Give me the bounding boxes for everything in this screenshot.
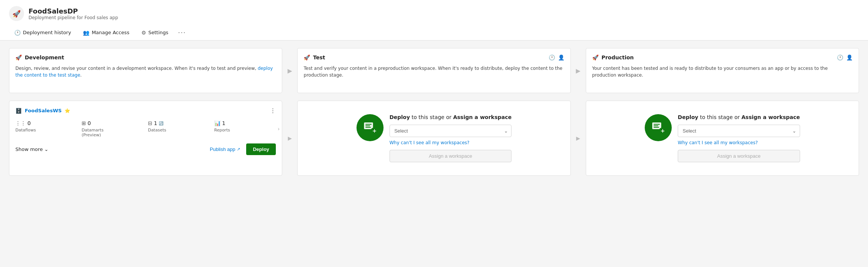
datasets-count: 1 <box>154 120 157 126</box>
deploy-card-production: + Deploy to this stage or Assign a works… <box>586 101 859 176</box>
stage-test-icon: 🚀 <box>304 54 310 60</box>
deploy-card-prod-inner: + Deploy to this stage or Assign a works… <box>645 114 800 162</box>
deploy-label: Deploy <box>253 146 269 152</box>
workspace-menu-button[interactable]: ⋮ <box>270 107 276 114</box>
svg-rect-3 <box>366 127 371 128</box>
dataflows-label: Dataflows <box>15 128 77 133</box>
stage-production-title: 🚀 Production <box>592 54 634 60</box>
stat-reports: 📊 1 Reports <box>214 120 276 137</box>
deploy-stage-title-test: Deploy to this stage or Assign a workspa… <box>390 114 512 120</box>
header: 🚀 FoodSalesDP Deployment pipeline for Fo… <box>0 0 868 41</box>
deploy-text-prod: Deploy to this stage or Assign a workspa… <box>678 114 800 162</box>
deploy-button[interactable]: Deploy <box>246 143 276 155</box>
stats-grid: ⋮⋮ 0 Dataflows ⊞ 0 Datamarts(Preview) ⊟ <box>15 120 276 137</box>
deploy-select-wrap-prod: Select ⌄ <box>678 125 800 137</box>
datamarts-label: Datamarts(Preview) <box>82 128 144 137</box>
stage-production-icon: 🚀 <box>592 54 599 60</box>
nav-bar: 🕐 Deployment history 👥 Manage Access ⚙️ … <box>9 26 859 40</box>
arrow-ws-to-test: ▶ <box>282 101 297 176</box>
deploy-icon-test: + <box>357 114 384 141</box>
app-subtitle: Deployment pipeline for Food sales app <box>29 15 118 20</box>
stages-row: 🚀 Development Design, review, and revise… <box>9 48 859 93</box>
settings-icon: ⚙️ <box>141 30 146 36</box>
stat-dataflows: ⋮⋮ 0 Dataflows <box>15 120 77 137</box>
stage-test-actions: 🕐 👤 <box>549 54 564 60</box>
publish-app-label: Publish app <box>210 146 235 152</box>
why-link-test[interactable]: Why can't I see all my workspaces? <box>390 140 469 145</box>
arrow-dev-to-test: ▶ <box>282 67 297 74</box>
external-link-icon: ↗ <box>237 147 240 152</box>
stage-production: 🚀 Production 🕐 👤 Your content has been t… <box>586 48 859 93</box>
datasets-icon: ⊟ <box>148 120 152 126</box>
deploy-text-test: Deploy to this stage or Assign a workspa… <box>390 114 512 162</box>
deploy-icon-prod: + <box>645 114 672 141</box>
arrow-icon-2: ▶ <box>576 67 581 74</box>
svg-text:+: + <box>660 128 665 134</box>
app-icon: 🚀 <box>9 6 24 21</box>
deploy-card-test: + Deploy to this stage or Assign a works… <box>297 101 570 176</box>
nav-settings-label: Settings <box>148 30 168 35</box>
prod-history-icon[interactable]: 🕐 <box>837 54 843 60</box>
app-title-row: 🚀 FoodSalesDP Deployment pipeline for Fo… <box>9 6 859 21</box>
dataflows-count: 0 <box>27 120 31 126</box>
assign-workspace-button-test[interactable]: Assign a workspace <box>390 150 512 162</box>
app-title-text: FoodSalesDP Deployment pipeline for Food… <box>29 7 118 20</box>
history-icon: 🕐 <box>14 30 21 36</box>
workspace-select-prod[interactable]: Select <box>678 125 800 137</box>
reports-count: 1 <box>222 120 226 126</box>
stat-datasets: ⊟ 1 🔄 Datasets <box>148 120 210 137</box>
reports-label: Reports <box>214 128 276 133</box>
stage-test: 🚀 Test 🕐 👤 Test and verify your content … <box>297 48 570 93</box>
datamarts-icon: ⊞ <box>82 120 86 126</box>
assign-workspace-button-prod[interactable]: Assign a workspace <box>678 150 800 162</box>
stage-production-actions: 🕐 👤 <box>837 54 853 60</box>
nav-settings[interactable]: ⚙️ Settings <box>136 26 174 40</box>
arrow-icon: ▶ <box>287 67 292 74</box>
show-more-label: Show more <box>15 146 43 152</box>
svg-rect-1 <box>366 124 372 125</box>
arrow-test-to-prod: ▶ <box>571 67 586 74</box>
dataflows-icon: ⋮⋮ <box>15 120 26 126</box>
deploy-link[interactable]: deploy the content to the test stage <box>15 66 273 78</box>
svg-text:+: + <box>372 128 377 134</box>
prod-settings-icon[interactable]: 👤 <box>846 54 853 60</box>
stage-development: 🚀 Development Design, review, and revise… <box>9 48 282 93</box>
workspace-type-icon: 🗄️ <box>15 108 22 114</box>
workspace-row: 🗄️ FoodSalesWS ⭐ ⋮ ⋮⋮ 0 Dataflows ⊞ <box>9 101 859 176</box>
test-settings-icon[interactable]: 👤 <box>558 54 564 60</box>
refresh-icon[interactable]: 🔄 <box>159 121 163 125</box>
stat-datamarts: ⊞ 0 Datamarts(Preview) <box>82 120 144 137</box>
stage-production-desc: Your content has been tested and is read… <box>592 65 853 78</box>
datasets-label: Datasets <box>148 128 210 133</box>
svg-rect-8 <box>654 125 658 126</box>
manage-access-icon: 👥 <box>83 30 89 36</box>
workspace-select-test[interactable]: Select <box>390 125 512 137</box>
stage-test-header: 🚀 Test 🕐 👤 <box>304 54 564 60</box>
workspace-header: 🗄️ FoodSalesWS ⭐ ⋮ <box>15 107 276 114</box>
main-content: 🚀 Development Design, review, and revise… <box>0 41 868 183</box>
stats-chevron[interactable]: › <box>278 126 280 132</box>
test-history-icon[interactable]: 🕐 <box>549 54 555 60</box>
stage-development-header: 🚀 Development <box>15 54 276 60</box>
workspace-title: 🗄️ FoodSalesWS ⭐ <box>15 108 70 114</box>
workspace-name: FoodSalesWS <box>25 108 62 113</box>
datamarts-count: 0 <box>87 120 91 126</box>
arrow-test-to-prod-deploy: ▶ <box>571 101 586 176</box>
svg-rect-7 <box>654 124 660 125</box>
deploy-select-wrap-test: Select ⌄ <box>390 125 512 137</box>
show-more-chevron: ⌄ <box>44 146 48 152</box>
stage-production-header: 🚀 Production 🕐 👤 <box>592 54 853 60</box>
nav-manage-access[interactable]: 👥 Manage Access <box>78 26 134 40</box>
stage-development-title: 🚀 Development <box>15 54 64 60</box>
show-more-button[interactable]: Show more ⌄ <box>15 146 48 152</box>
publish-app-button[interactable]: Publish app ↗ <box>207 144 243 154</box>
nav-deployment-history[interactable]: 🕐 Deployment history <box>9 26 76 40</box>
svg-rect-9 <box>654 127 659 128</box>
workspace-fav-icon[interactable]: ⭐ <box>65 108 70 113</box>
workspace-card: 🗄️ FoodSalesWS ⭐ ⋮ ⋮⋮ 0 Dataflows ⊞ <box>9 101 282 176</box>
stage-development-icon: 🚀 <box>15 54 22 60</box>
stage-test-title: 🚀 Test <box>304 54 325 60</box>
why-link-prod[interactable]: Why can't I see all my workspaces? <box>678 140 758 145</box>
workspace-footer: Show more ⌄ Publish app ↗ Deploy <box>15 143 276 155</box>
nav-more-button[interactable]: ··· <box>175 26 189 40</box>
